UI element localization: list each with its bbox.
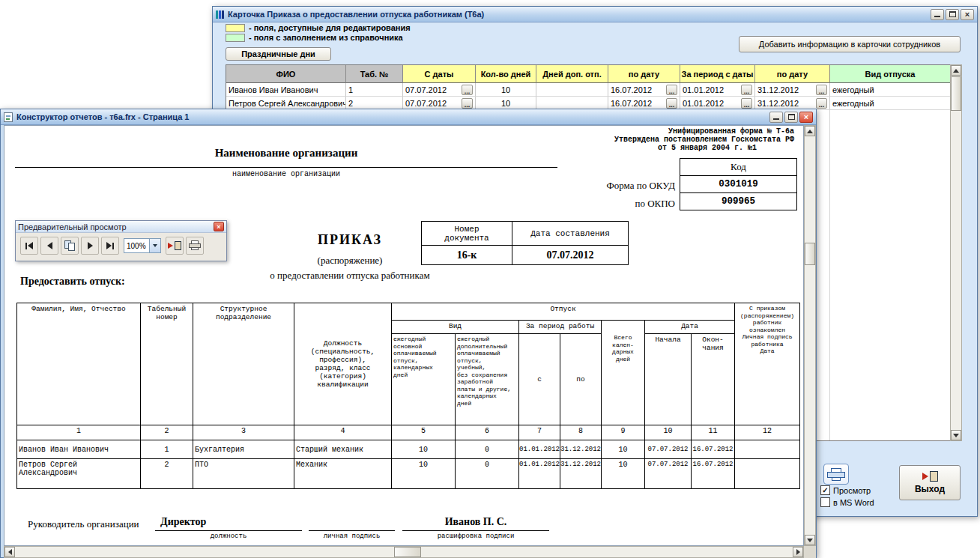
next-page-button[interactable]	[81, 237, 99, 255]
doc-cell: Механик	[294, 459, 392, 489]
legend-reference-label: - поля с заполнением из справочника	[249, 33, 403, 42]
arrow-up-icon	[953, 69, 959, 73]
print-preview-button[interactable]	[186, 237, 204, 255]
scroll-thumb[interactable]	[951, 76, 961, 111]
preview-checkbox[interactable]: ✓	[820, 485, 830, 495]
report-titlebar[interactable]: Конструктор отчетов - т6а.frx - Страница…	[1, 109, 816, 125]
name-line	[402, 530, 549, 531]
pages-icon	[64, 240, 76, 252]
doc-cell: 07.07.2012	[645, 459, 692, 489]
pages-button[interactable]	[61, 237, 79, 255]
scroll-up-button[interactable]	[805, 126, 815, 136]
legend-editable-label: - поля, доступные для редактирования	[249, 23, 411, 32]
scroll-thumb[interactable]	[394, 547, 421, 557]
holidays-button[interactable]: Праздничные дни	[226, 47, 331, 61]
doc-cell: 10	[392, 459, 456, 489]
col-number: 12	[735, 425, 800, 440]
close-icon: ×	[804, 112, 808, 121]
cell-extra-days[interactable]	[536, 83, 608, 97]
preview-close-button[interactable]: ×	[214, 222, 224, 231]
cell-type[interactable]: ежегодный	[830, 97, 951, 110]
last-page-button[interactable]	[101, 237, 119, 255]
grid-header-type: Вид отпуска	[830, 65, 951, 83]
exit-door-icon	[922, 471, 938, 482]
position-line	[155, 530, 302, 531]
grid-header-period-to: по дату	[755, 65, 830, 83]
th-kind-main: ежегодный основной оплачиваемый отпуск, …	[392, 334, 456, 425]
maximize-icon	[788, 114, 795, 120]
col-number: 3	[193, 425, 294, 440]
scroll-left-button[interactable]	[4, 547, 15, 557]
scroll-right-button[interactable]	[793, 547, 803, 557]
date-picker-button[interactable]: ...	[462, 98, 473, 109]
add-info-button[interactable]: Добавить информацию в карточки сотрудник…	[739, 36, 961, 52]
name-caption: расшифровка подписи	[402, 533, 549, 540]
arrow-up-icon	[807, 130, 813, 133]
close-preview-button[interactable]	[166, 237, 184, 255]
first-page-button[interactable]	[20, 237, 38, 255]
col-number: 9	[602, 425, 645, 440]
cell-to-date[interactable]: 16.07.2012...	[608, 83, 680, 97]
reference-fields-swatch	[226, 34, 245, 42]
doc-cell: 10	[602, 440, 645, 459]
exit-button[interactable]: Выход	[899, 465, 961, 500]
doc-number-value: 16-к	[422, 245, 512, 264]
zoom-select[interactable]: 100%	[124, 238, 161, 253]
position-value: Директор	[160, 516, 206, 528]
date-picker-button[interactable]: ...	[816, 85, 827, 95]
date-picker-button[interactable]: ...	[666, 85, 677, 95]
report-close-button[interactable]: ×	[799, 112, 813, 123]
date-picker-button[interactable]: ...	[816, 98, 827, 109]
msword-checkbox[interactable]	[820, 497, 830, 507]
position-caption: должность	[155, 533, 302, 540]
cell-days[interactable]: 10	[476, 83, 536, 97]
card-titlebar[interactable]: Карточка Приказа о предоставлении отпуск…	[213, 7, 977, 22]
date-picker-button[interactable]: ...	[741, 85, 752, 95]
preview-toolbar-body: 100%	[16, 233, 226, 258]
date-value: 31.12.2012	[757, 99, 816, 108]
th-end: Окон- чания	[692, 334, 735, 425]
scroll-up-button[interactable]	[951, 65, 961, 76]
report-horizontal-scrollbar[interactable]	[4, 546, 804, 558]
next-page-icon	[88, 242, 93, 249]
cell-type[interactable]: ежегодный	[830, 83, 951, 97]
prev-page-button[interactable]	[40, 237, 58, 255]
cell-period-from[interactable]: 01.01.2012...	[680, 83, 755, 97]
date-picker-button[interactable]: ...	[462, 85, 473, 95]
report-vertical-scrollbar[interactable]	[804, 125, 816, 546]
scroll-down-button[interactable]	[951, 430, 961, 440]
date-value: 16.07.2012	[611, 85, 666, 94]
cell-period-to[interactable]: 31.12.2012...	[755, 83, 830, 97]
doc-cell: 31.12.2012	[560, 459, 602, 489]
date-picker-button[interactable]: ...	[741, 98, 752, 109]
cell-fio[interactable]: Иванов Иван Иванович	[226, 83, 346, 97]
report-minimize-button[interactable]	[769, 112, 783, 123]
signature-name: Иванов П. С.	[402, 516, 549, 528]
col-number: 6	[456, 425, 519, 440]
chevron-down-icon	[153, 244, 157, 247]
date-picker-button[interactable]: ...	[666, 98, 677, 109]
zoom-dropdown-button[interactable]	[149, 239, 160, 252]
cell-from-date[interactable]: 07.07.2012...	[403, 83, 476, 97]
date-value: 01.01.2012	[683, 85, 741, 94]
card-minimize-button[interactable]	[931, 9, 944, 20]
report-maximize-button[interactable]	[784, 112, 798, 123]
grid-header-extra-days: Дней доп. отп.	[536, 65, 608, 83]
preview-toolbar-titlebar[interactable]: Предварительный просмотр ×	[16, 221, 226, 233]
last-page-icon	[106, 242, 112, 249]
grid-header-from: С даты	[403, 65, 476, 83]
scrollbar-corner	[804, 546, 816, 558]
card-vertical-scrollbar[interactable]	[950, 64, 962, 441]
card-maximize-button[interactable]	[946, 9, 959, 20]
msword-option: в MS Word	[820, 497, 874, 507]
close-icon: ×	[217, 223, 220, 231]
cell-tab[interactable]: 1	[346, 83, 403, 97]
card-close-button[interactable]: ×	[961, 9, 974, 20]
print-button[interactable]	[823, 464, 849, 485]
col-number: 5	[392, 425, 456, 440]
scroll-thumb[interactable]	[805, 243, 815, 265]
scroll-down-button[interactable]	[805, 535, 815, 545]
grid-empty-column	[830, 110, 951, 440]
grid-header-tab: Таб. №	[346, 65, 403, 83]
okpo-value: 909965	[680, 192, 797, 210]
